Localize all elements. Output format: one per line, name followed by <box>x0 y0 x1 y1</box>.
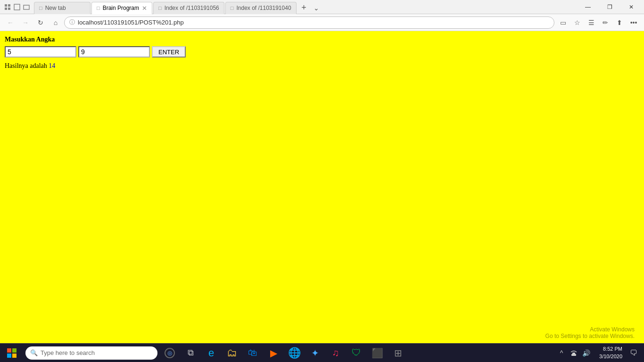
itunes-button[interactable]: ♫ <box>325 344 346 362</box>
tab-overflow-button[interactable]: ⌄ <box>311 2 322 14</box>
clock-date: 3/10/2020 <box>599 353 622 360</box>
window-rect-btn <box>23 3 30 11</box>
tab-brain-program[interactable]: □ Brain Program ✕ <box>91 2 152 14</box>
refresh-button[interactable]: ↻ <box>34 16 47 29</box>
edge-button[interactable]: e <box>201 344 222 362</box>
window-icon <box>4 3 11 11</box>
result-text: Hasilnya adalah 14 <box>5 62 639 70</box>
svg-rect-8 <box>7 354 11 358</box>
taskbar-right: ^ 🔊 8:52 PM 3/10/2020 🗨 <box>553 344 644 362</box>
tab-index-1103191040[interactable]: □ Index of /1103191040 <box>225 2 297 14</box>
window-controls-right: — ❐ ✕ <box>575 0 644 14</box>
vlc-button[interactable]: ▶ <box>263 344 284 362</box>
page-content: Masukkan Angka ENTER Hasilnya adalah 14 <box>0 31 644 343</box>
home-button[interactable]: ⌂ <box>49 16 62 29</box>
svg-rect-6 <box>7 348 11 353</box>
tab-new-tab-label: New tab <box>45 5 66 11</box>
tray-expand-icon[interactable]: ^ <box>557 348 566 358</box>
tray-volume-icon[interactable]: 🔊 <box>581 348 591 358</box>
antivirus-icon: 🛡 <box>352 347 361 358</box>
taskbar: 🔍 Type here to search ◎ ⧉ e 🗂 🛍 ▶ <box>0 343 644 362</box>
svg-rect-2 <box>5 8 7 10</box>
start-button[interactable] <box>0 344 24 362</box>
address-lock-icon: ⓘ <box>69 18 75 26</box>
form-row: ENTER <box>5 46 639 58</box>
fences-button[interactable]: ✦ <box>305 344 325 362</box>
tab-index-1103191056[interactable]: □ Index of /1103191056 <box>153 2 224 14</box>
antivirus-button[interactable]: 🛡 <box>346 344 367 362</box>
svg-rect-9 <box>12 354 17 358</box>
reading-view-button[interactable]: ▭ <box>556 16 570 29</box>
cortana-icon: ◎ <box>165 348 175 358</box>
file-explorer-button[interactable]: 🗂 <box>222 344 242 362</box>
address-input[interactable] <box>78 19 549 26</box>
clock-time: 8:52 PM <box>603 346 622 353</box>
search-placeholder: Type here to search <box>41 349 95 356</box>
address-bar[interactable]: ⓘ <box>64 16 554 29</box>
svg-rect-3 <box>8 8 10 10</box>
chrome-icon: 🌐 <box>288 347 301 359</box>
red-app-icon: ⬛ <box>372 347 383 359</box>
red-app-button[interactable]: ⬛ <box>367 344 388 362</box>
clock[interactable]: 8:52 PM 3/10/2020 <box>595 346 626 360</box>
store-button[interactable]: 🛍 <box>242 344 263 362</box>
back-button[interactable]: ← <box>4 16 17 29</box>
tray-network-icon[interactable] <box>569 348 578 358</box>
number-input-2[interactable] <box>78 46 150 58</box>
tab-index-1103191056-icon: □ <box>158 5 162 11</box>
enter-button[interactable]: ENTER <box>152 46 186 58</box>
itunes-icon: ♫ <box>332 347 339 358</box>
tabs-bar: □ New tab □ Brain Program ✕ □ Index of /… <box>34 0 575 14</box>
dashboard-icon: ⊞ <box>394 347 402 359</box>
notes-button[interactable]: ✏ <box>599 16 612 29</box>
svg-rect-4 <box>14 4 20 10</box>
number-input-1[interactable] <box>5 46 76 58</box>
window-icon-area <box>0 3 34 11</box>
reading-list-button[interactable]: ☰ <box>585 16 598 29</box>
svg-rect-11 <box>572 353 575 354</box>
tab-new-tab-icon: □ <box>39 5 42 11</box>
notification-button[interactable]: 🗨 <box>627 344 640 362</box>
tab-brain-program-icon: □ <box>97 5 100 11</box>
close-button[interactable]: ✕ <box>620 0 642 14</box>
system-tray: ^ 🔊 <box>553 348 594 358</box>
minimize-button[interactable]: — <box>577 0 599 14</box>
tab-brain-program-label: Brain Program <box>103 5 139 11</box>
svg-rect-5 <box>24 5 29 9</box>
search-icon: 🔍 <box>30 349 38 356</box>
edge-icon: e <box>208 347 214 359</box>
title-bar: □ New tab □ Brain Program ✕ □ Index of /… <box>0 0 644 14</box>
restore-button[interactable]: ❐ <box>599 0 620 14</box>
svg-rect-0 <box>5 4 7 7</box>
share-button[interactable]: ⬆ <box>613 16 626 29</box>
favorites-button[interactable]: ☆ <box>570 16 584 29</box>
network-icon <box>570 349 578 357</box>
tab-new-tab[interactable]: □ New tab <box>34 2 91 14</box>
taskbar-search-bar[interactable]: 🔍 Type here to search <box>25 346 157 360</box>
taskbar-app-icons: ◎ ⧉ e 🗂 🛍 ▶ 🌐 ✦ <box>159 344 408 362</box>
tab-add-button[interactable]: + <box>297 2 311 14</box>
task-view-icon: ⧉ <box>188 348 194 358</box>
task-view-button[interactable]: ⧉ <box>180 344 201 362</box>
chrome-button[interactable]: 🌐 <box>284 344 305 362</box>
nav-bar: ← → ↻ ⌂ ⓘ ▭ ☆ ☰ ✏ ⬆ ••• <box>0 14 644 31</box>
store-icon: 🛍 <box>248 347 257 358</box>
tab-brain-program-close[interactable]: ✕ <box>142 5 147 12</box>
vlc-icon: ▶ <box>270 347 277 359</box>
page-label: Masukkan Angka <box>5 36 639 43</box>
nav-right-icons: ▭ ☆ ☰ ✏ ⬆ ••• <box>556 16 640 29</box>
more-button[interactable]: ••• <box>627 16 640 29</box>
fences-icon: ✦ <box>311 347 319 359</box>
tab-index-1103191040-icon: □ <box>231 5 234 11</box>
tab-index-1103191056-label: Index of /1103191056 <box>165 5 219 11</box>
result-number: 14 <box>49 62 55 69</box>
tab-index-1103191040-label: Index of /1103191040 <box>236 5 291 11</box>
dashboard-button[interactable]: ⊞ <box>388 344 408 362</box>
svg-rect-7 <box>12 348 17 353</box>
file-explorer-icon: 🗂 <box>227 347 237 359</box>
svg-rect-1 <box>8 4 10 7</box>
result-prefix: Hasilnya adalah <box>5 62 47 69</box>
cortana-button[interactable]: ◎ <box>159 344 180 362</box>
window-square-btn <box>13 3 21 11</box>
forward-button[interactable]: → <box>19 16 32 29</box>
